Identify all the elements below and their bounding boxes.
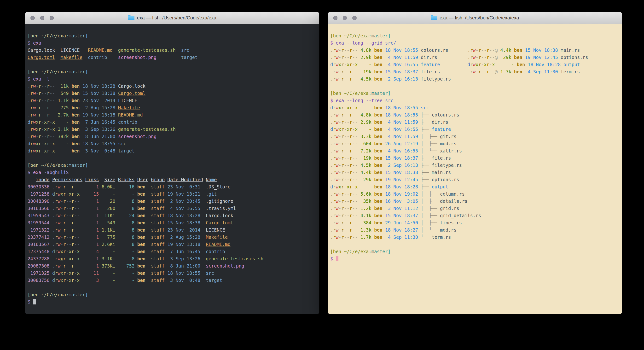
permission-char: x [60,256,63,261]
permission-char: r [47,105,49,110]
text-run: --long --grid [344,40,382,46]
permission-char: r [55,191,58,196]
permission-char: r [47,126,49,132]
permission-char: r [333,48,336,53]
terminal-line: 20087308 .rw-r--r-- 1 373Ki 752 ben staf… [28,262,318,270]
terminal-screen-dark[interactable]: [ben ~/C/e/exa:master]$ exaCargo.lock LI… [25,24,319,314]
text-run: ben [372,227,382,232]
permission-char: r [333,155,336,160]
permission-char: r [350,227,352,232]
text-run [418,126,421,132]
permission-char: - [60,263,63,268]
terminal-line: .rw-r--r-- 1.1k ben 23 Nov 2014 LICENCE [28,97,318,104]
text-run: ├── [421,126,432,132]
permission-char: r [341,162,344,168]
terminal-line: [ben ~/C/e/exa:master] [28,32,318,39]
terminal-line: 31959543 .rw-r--r-- 1 11Ki 24 ben staff … [28,212,318,219]
text-run: 18 Nov 18:55 [165,270,200,276]
permission-char: d [330,105,333,110]
permission-char: r [350,184,352,190]
text-run: ben [372,76,382,82]
text-run: - [358,105,372,110]
text-run: 4 Nov 16:55 [382,126,418,132]
permission-char: - [476,48,478,53]
text-run: file.rs [432,155,451,160]
permission-char: r [333,126,336,132]
permission-char: w [58,263,60,268]
permission-char: r [350,69,352,74]
text-run [115,84,118,89]
permission-char: - [344,141,346,146]
text-run: [ben ~/C/e/exa [330,33,368,38]
zoom-button[interactable] [352,16,357,20]
permission-char: . [330,148,333,154]
permission-char: w [473,55,476,60]
permission-char: r [72,234,74,240]
text-run: .travis.yml [206,206,236,211]
text-run [200,242,206,247]
terminal-line: .rw-r--r-- 4.8k ben 18 Nov 18:55 ├── col… [330,111,620,118]
text-run: 8 [115,256,134,261]
text-run [80,48,88,53]
text-run: 752 [115,263,134,268]
text-run: contrib [206,249,225,254]
text-run: contrib [118,120,137,125]
permission-char: - [41,112,44,118]
permission-char: x [347,62,350,67]
permission-char: r [55,242,58,247]
permission-char: r [55,263,58,268]
permission-char: . [330,120,333,125]
text-run: README.md [206,242,230,247]
terminal-line: .rw-r--r-- 2.9k ben 4 Nov 11:59 ├── dir.… [330,118,620,126]
permission-char: r [350,162,352,168]
text-run [55,55,60,60]
minimize-button[interactable] [40,16,44,20]
text-run: 1971258 [28,191,50,196]
text-run: - [115,270,134,276]
minimize-button[interactable] [343,16,347,20]
text-run [50,249,52,254]
permission-char: r [63,263,66,268]
terminal-screen-light[interactable]: [ben ~/C/e/exa:master]$ exa --long --gri… [328,24,622,314]
permission-char: r [333,62,336,67]
permission-char: - [50,98,52,103]
terminal-line: 30030336 .rw-r--r-- 1 6.0Ki 16 ben staff… [28,183,318,190]
terminal-line: [ben ~/C/e/exa:master] [330,90,620,97]
permission-char: r [486,55,489,60]
permission-char: - [50,134,52,139]
text-run: -abghHliS [41,170,68,175]
permission-char: . [330,162,333,168]
permission-char: d [467,62,470,67]
permission-char: - [338,191,341,196]
permission-char: - [60,213,63,218]
permission-char: - [347,177,350,182]
text-run: main.rs [560,48,580,53]
permission-char: - [352,76,355,82]
close-button[interactable] [30,16,35,20]
permission-char: r [72,249,74,254]
text-run: 4.8k [358,112,372,118]
permission-char: - [344,55,346,60]
text-run [115,141,118,146]
titlebar[interactable]: exa — fish /Users/ben/Code/exa/exa [25,12,319,24]
permission-char: r [341,62,344,67]
text-run: ben [69,141,80,146]
text-run: 1.2k [358,206,372,211]
close-button[interactable] [333,16,338,20]
permission-char: r [72,213,74,218]
zoom-button[interactable] [50,16,54,20]
text-run: │ ├── [421,198,440,204]
permission-char: - [490,69,492,74]
titlebar[interactable]: exa — fish /Users/ben/Code/exa/exa [328,12,622,24]
permission-char: x [484,62,486,67]
permission-char: r [30,134,33,139]
permission-char: - [69,263,72,268]
text-run [200,263,206,268]
text-run: │ ├── [421,141,440,146]
text-run: ben [134,278,146,283]
permission-char: - [36,112,38,118]
permission-char: - [338,227,341,232]
permission-char: r [333,76,336,82]
permission-char: d [52,249,55,254]
text-run: - [55,148,69,154]
